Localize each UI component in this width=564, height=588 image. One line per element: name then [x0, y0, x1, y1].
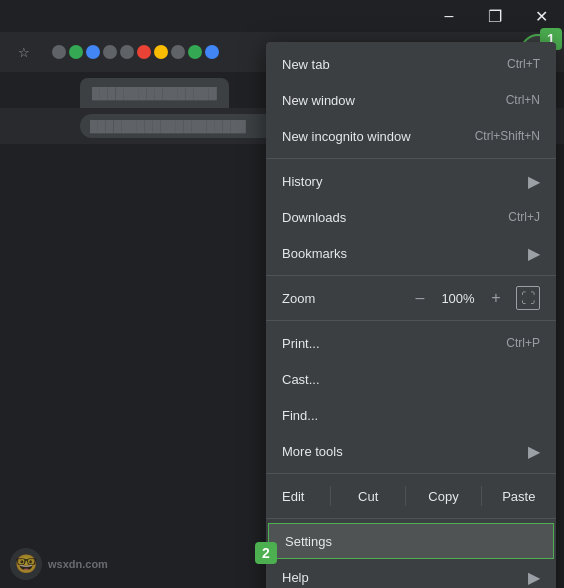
zoom-row: Zoom – 100% + ⛶ — [266, 280, 556, 316]
menu-item-find[interactable]: Find... — [266, 397, 556, 433]
fullscreen-button[interactable]: ⛶ — [516, 286, 540, 310]
zoom-value: 100% — [440, 291, 476, 306]
print-shortcut: Ctrl+P — [506, 336, 540, 350]
print-label: Print... — [282, 336, 490, 351]
find-label: Find... — [282, 408, 524, 423]
bookmark-button[interactable]: ☆ — [8, 36, 40, 68]
divider-2 — [266, 275, 556, 276]
new-tab-label: New tab — [282, 57, 491, 72]
zoom-out-button[interactable]: – — [408, 286, 432, 310]
color-dot — [171, 45, 185, 59]
divider-4 — [266, 473, 556, 474]
menu-item-cast[interactable]: Cast... — [266, 361, 556, 397]
history-label: History — [282, 174, 520, 189]
new-window-label: New window — [282, 93, 490, 108]
color-dot — [86, 45, 100, 59]
incognito-label: New incognito window — [282, 129, 459, 144]
more-tools-arrow-icon: ▶ — [528, 442, 540, 461]
maximize-button[interactable]: ❐ — [472, 0, 518, 32]
menu-item-print[interactable]: Print... Ctrl+P — [266, 325, 556, 361]
menu-item-settings[interactable]: Settings 2 — [268, 523, 554, 559]
bookmarks-arrow-icon: ▶ — [528, 244, 540, 263]
fullscreen-icon: ⛶ — [521, 290, 535, 306]
color-dot — [154, 45, 168, 59]
context-menu: New tab Ctrl+T New window Ctrl+N New inc… — [266, 42, 556, 588]
downloads-label: Downloads — [282, 210, 492, 225]
menu-item-help[interactable]: Help ▶ — [266, 559, 556, 588]
menu-item-history[interactable]: History ▶ — [266, 163, 556, 199]
zoom-label: Zoom — [282, 291, 408, 306]
color-dot — [52, 45, 66, 59]
cast-label: Cast... — [282, 372, 540, 387]
titlebar: – ❐ ✕ — [0, 0, 564, 32]
color-dot — [205, 45, 219, 59]
color-dot — [120, 45, 134, 59]
color-dot — [137, 45, 151, 59]
color-dot — [103, 45, 117, 59]
settings-label: Settings — [285, 534, 537, 549]
watermark-site: wsxdn.com — [48, 558, 108, 570]
minimize-button[interactable]: – — [426, 0, 472, 32]
divider-3 — [266, 320, 556, 321]
tab-label: ████████████████ — [92, 87, 217, 99]
incognito-shortcut: Ctrl+Shift+N — [475, 129, 540, 143]
menu-item-downloads[interactable]: Downloads Ctrl+J — [266, 199, 556, 235]
help-arrow-icon: ▶ — [528, 568, 540, 587]
new-window-shortcut: Ctrl+N — [506, 93, 540, 107]
menu-item-bookmarks[interactable]: Bookmarks ▶ — [266, 235, 556, 271]
watermark: 🤓 wsxdn.com — [10, 548, 108, 580]
cut-button[interactable]: Cut — [331, 481, 405, 512]
menu-item-incognito[interactable]: New incognito window Ctrl+Shift+N — [266, 118, 556, 154]
new-tab-shortcut: Ctrl+T — [507, 57, 540, 71]
downloads-shortcut: Ctrl+J — [508, 210, 540, 224]
bookmark-icon: ☆ — [18, 45, 30, 60]
divider-5 — [266, 518, 556, 519]
zoom-in-button[interactable]: + — [484, 286, 508, 310]
watermark-logo: 🤓 — [10, 548, 42, 580]
address-text: ████████████████████ — [90, 120, 246, 132]
edit-label: Edit — [266, 481, 330, 512]
paste-button[interactable]: Paste — [482, 481, 556, 512]
color-dot — [188, 45, 202, 59]
color-dot — [69, 45, 83, 59]
more-tools-label: More tools — [282, 444, 520, 459]
zoom-controls: – 100% + — [408, 286, 508, 310]
copy-button[interactable]: Copy — [406, 481, 480, 512]
edit-row: Edit Cut Copy Paste — [266, 478, 556, 514]
help-label: Help — [282, 570, 520, 585]
bookmarks-label: Bookmarks — [282, 246, 520, 261]
menu-item-new-window[interactable]: New window Ctrl+N — [266, 82, 556, 118]
tab-item[interactable]: ████████████████ — [80, 78, 229, 108]
menu-item-new-tab[interactable]: New tab Ctrl+T — [266, 46, 556, 82]
menu-item-more-tools[interactable]: More tools ▶ — [266, 433, 556, 469]
history-arrow-icon: ▶ — [528, 172, 540, 191]
divider-1 — [266, 158, 556, 159]
